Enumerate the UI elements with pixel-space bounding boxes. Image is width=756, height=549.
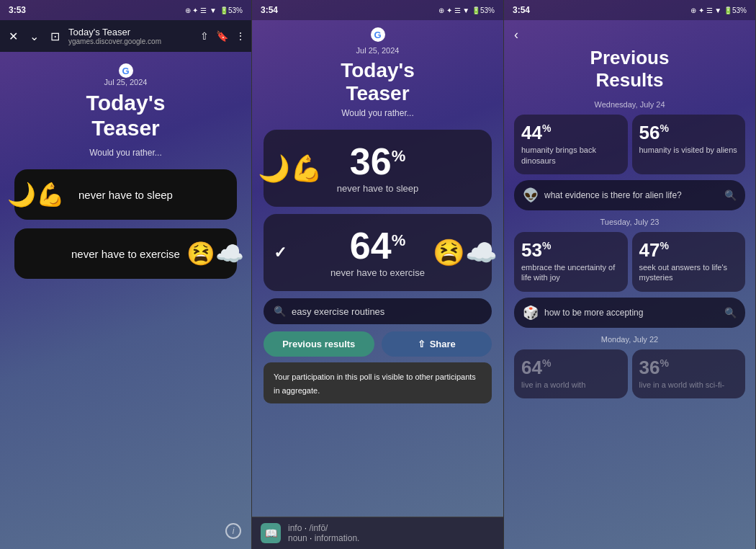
info-icon-1[interactable]: i <box>225 523 241 539</box>
search-bar[interactable]: 🔍 easy exercise routines <box>264 298 492 324</box>
status-icons-3: ⊕ ✦ ☰ ▼ 🔋53% <box>690 6 747 14</box>
tab-options-icon[interactable]: ⊡ <box>48 27 63 46</box>
status-icons-2: ⊕ ✦ ☰ ▼ 🔋53% <box>438 6 495 14</box>
search-text: easy exercise routines <box>292 306 384 317</box>
panel-3-content: ‹ PreviousResults Wednesday, July 24 44%… <box>504 20 755 549</box>
page-title: Today's Teaser <box>68 27 194 37</box>
result-desc-1b: humanity is visited by aliens <box>639 145 739 155</box>
share-icon-btn: ⇧ <box>418 339 426 349</box>
dict-icon: 📖 <box>261 523 281 543</box>
result-desc-2a: embrace the uncertainty of life with joy <box>521 262 621 283</box>
selected-checkmark: ✓ <box>274 244 287 262</box>
tooltip-box: Your participation in this poll is visib… <box>264 362 492 403</box>
prev-results-title: PreviousResults <box>514 47 745 92</box>
option-card-1[interactable]: 🌙💪 never have to sleep <box>14 169 237 220</box>
result-percent-1: 36% <box>350 140 405 182</box>
results-row-2: 53% embrace the uncertainty of life with… <box>514 232 745 292</box>
subtitle-1: Would you rather... <box>89 148 162 158</box>
day-label-2: Tuesday, July 23 <box>514 218 745 226</box>
cloud-emoji: 😫☁️ <box>433 238 498 268</box>
browser-actions: ⇧ 🔖 ⋮ <box>200 30 246 42</box>
status-time-2: 3:54 <box>261 5 278 15</box>
option-card-2[interactable]: never have to exercise 😫☁️ <box>14 228 237 279</box>
results-row-3: 64% live in a world with 36% live in a w… <box>514 349 745 398</box>
date-label-1: Jul 25, 2024 <box>104 78 148 86</box>
close-icon[interactable]: ✕ <box>6 27 21 46</box>
result-pct-1a: 44% <box>521 123 621 142</box>
share-button[interactable]: ⇧ Share <box>382 331 492 357</box>
dict-content: info · /infō/ noun · information. <box>288 523 359 543</box>
prev-results-button[interactable]: Previous results <box>264 331 374 357</box>
result-card-2[interactable]: ✓ 64% never have to exercise 😫☁️ <box>264 214 492 291</box>
dictionary-bar: 📖 info · /infō/ noun · information. <box>252 517 503 549</box>
alien-icon: 👽 <box>523 187 539 203</box>
ghost-icon: 🌙💪 <box>258 153 323 184</box>
search-suggestion-1[interactable]: 👽 what evidence is there for alien life?… <box>514 180 745 210</box>
result-desc-3b: live in a world with sci-fi- <box>639 380 739 390</box>
exercise-emoji: 😫☁️ <box>186 240 244 267</box>
page-url: ygames.discover.google.com <box>68 37 194 45</box>
option-text-2: never have to exercise <box>71 248 180 260</box>
status-bar-3: 3:54 ⊕ ✦ ☰ ▼ 🔋53% <box>504 0 755 20</box>
result-card-1[interactable]: 🌙💪 36% never have to sleep <box>264 130 492 207</box>
search-suggestion-text-2: how to be more accepting <box>544 308 719 318</box>
option-text-1: never have to sleep <box>78 189 173 201</box>
panel-left: 3:53 ⊕ ✦ ☰ ▼ 🔋53% ✕ ⌄ ⊡ Today's Teaser y… <box>0 0 252 549</box>
date-label-2: Jul 25, 2024 <box>356 46 400 55</box>
status-time-1: 3:53 <box>9 5 26 15</box>
teaser-title-2: Today'sTeaser <box>341 59 415 105</box>
result-percent-2: 64% <box>350 225 405 267</box>
chevron-down-icon[interactable]: ⌄ <box>27 27 42 46</box>
panel-right: 3:54 ⊕ ✦ ☰ ▼ 🔋53% ‹ PreviousResults Wedn… <box>504 0 756 549</box>
search-suggestion-2[interactable]: 🎲 how to be more accepting 🔍 <box>514 298 745 328</box>
results-row-1: 44% humanity brings back dinosaurs 56% h… <box>514 115 745 174</box>
result-pct-3b: 36% <box>639 358 739 377</box>
search-icon-2: 🔍 <box>724 307 737 318</box>
search-suggestion-text-1: what evidence is there for alien life? <box>544 190 719 200</box>
result-pct-1b: 56% <box>639 123 739 142</box>
dict-phonetic: /infō/ <box>309 523 328 533</box>
tooltip-text: Your participation in this poll is visib… <box>274 372 476 394</box>
teaser-title-1: Today'sTeaser <box>86 91 166 140</box>
search-icon: 🔍 <box>274 305 286 317</box>
action-buttons: Previous results ⇧ Share <box>264 331 492 357</box>
more-icon[interactable]: ⋮ <box>235 30 246 42</box>
result-item-1b: 56% humanity is visited by aliens <box>632 115 746 174</box>
sleep-emoji: 🌙💪 <box>7 181 65 208</box>
dice-icon: 🎲 <box>523 305 539 321</box>
result-item-2a: 53% embrace the uncertainty of life with… <box>514 232 628 292</box>
result-desc-3a: live in a world with <box>521 380 621 390</box>
google-logo-2: G <box>371 27 385 42</box>
status-bar-2: 3:54 ⊕ ✦ ☰ ▼ 🔋53% <box>252 0 503 20</box>
result-item-1a: 44% humanity brings back dinosaurs <box>514 115 628 174</box>
result-item-3a: 64% live in a world with <box>514 349 628 398</box>
result-desc-1: never have to sleep <box>337 183 418 194</box>
result-desc-2: never have to exercise <box>330 267 425 278</box>
share-icon[interactable]: ⇧ <box>200 30 209 42</box>
dict-word: info <box>288 523 302 533</box>
result-desc-2b: seek out answers to life's mysteries <box>639 262 739 283</box>
dict-pos: noun <box>288 533 307 543</box>
result-desc-1a: humanity brings back dinosaurs <box>521 145 621 166</box>
subtitle-2: Would you rather... <box>341 108 414 118</box>
google-logo: G <box>119 63 133 78</box>
browser-title: Today's Teaser ygames.discover.google.co… <box>68 27 194 45</box>
status-time-3: 3:54 <box>513 5 530 15</box>
status-bar-1: 3:53 ⊕ ✦ ☰ ▼ 🔋53% <box>0 0 251 20</box>
dict-def: information. <box>315 533 360 543</box>
status-icons-1: ⊕ ✦ ☰ ▼ 🔋53% <box>185 6 243 14</box>
result-pct-3a: 64% <box>521 358 621 377</box>
result-item-2b: 47% seek out answers to life's mysteries <box>632 232 746 292</box>
result-item-3b: 36% live in a world with sci-fi- <box>632 349 746 398</box>
day-label-1: Wednesday, July 24 <box>514 100 745 109</box>
result-pct-2a: 53% <box>521 241 621 259</box>
browser-bar: ✕ ⌄ ⊡ Today's Teaser ygames.discover.goo… <box>0 20 251 52</box>
back-button[interactable]: ‹ <box>514 27 745 43</box>
result-pct-2b: 47% <box>639 241 739 259</box>
search-icon-1: 🔍 <box>724 189 737 201</box>
panel-1-content: G Jul 25, 2024 Today'sTeaser Would you r… <box>0 52 251 549</box>
day-label-3: Monday, July 22 <box>514 335 745 344</box>
panel-middle: 3:54 ⊕ ✦ ☰ ▼ 🔋53% G Jul 25, 2024 Today's… <box>252 0 504 549</box>
panel-2-content: G Jul 25, 2024 Today'sTeaser Would you r… <box>252 20 503 517</box>
bookmark-icon[interactable]: 🔖 <box>216 30 228 42</box>
